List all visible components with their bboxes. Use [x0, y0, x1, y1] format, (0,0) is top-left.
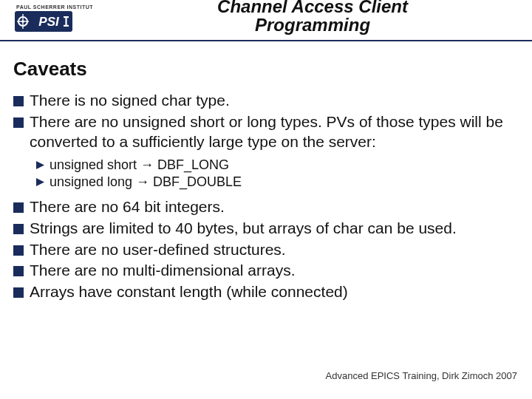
svg-rect-10 — [13, 117, 24, 128]
svg-rect-14 — [13, 224, 24, 234]
sub-bullet-text: unsigned short → DBF_LONG — [50, 157, 229, 174]
square-bullet-icon — [13, 245, 24, 256]
bullet-item: There are no 64 bit integers. — [13, 197, 519, 217]
slide-title: Channel Access Client Programming — [108, 0, 517, 34]
bullet-text: Arrays have constant length (while conne… — [30, 282, 519, 302]
slide-body: There is no signed char type. There are … — [0, 91, 532, 302]
square-bullet-icon — [13, 117, 24, 128]
title-line-2: Programming — [255, 15, 370, 35]
svg-rect-15 — [13, 245, 24, 256]
psi-logo-icon: PSI — [15, 11, 72, 32]
bullet-text: There are no 64 bit integers. — [30, 197, 519, 217]
bullet-item: Strings are limited to 40 bytes, but arr… — [13, 219, 519, 239]
bullet-item: Arrays have constant length (while conne… — [13, 282, 519, 302]
slide-header: PAUL SCHERRER INSTITUT PSI Channel Acces… — [0, 0, 532, 41]
triangle-bullet-icon — [35, 160, 45, 170]
square-bullet-icon — [13, 96, 24, 106]
sub-bullet-text: unsigned long → DBF_DOUBLE — [50, 174, 242, 191]
bullet-item: There are no user-defined structures. — [13, 240, 519, 260]
svg-rect-13 — [13, 202, 24, 213]
square-bullet-icon — [13, 287, 24, 298]
bullet-text: There is no signed char type. — [30, 91, 519, 111]
bullet-text: There are no multi-dimensional arrays. — [30, 261, 519, 281]
sub-bullet-item: unsigned long → DBF_DOUBLE — [35, 174, 519, 191]
square-bullet-icon — [13, 224, 24, 234]
bullet-text: There are no user-defined structures. — [30, 240, 519, 260]
bullet-text: Strings are limited to 40 bytes, but arr… — [30, 219, 519, 239]
bullet-item: There are no unsigned short or long type… — [13, 112, 519, 152]
svg-rect-16 — [13, 266, 24, 276]
footer-text: Advanced EPICS Training, Dirk Zimoch 200… — [326, 370, 517, 381]
svg-marker-11 — [36, 161, 44, 169]
svg-marker-12 — [36, 178, 44, 186]
title-line-1: Channel Access Client — [217, 0, 408, 16]
square-bullet-icon — [13, 266, 24, 276]
svg-rect-9 — [13, 96, 24, 106]
sub-bullets: unsigned short → DBF_LONG unsigned long … — [35, 157, 519, 191]
svg-text:PSI: PSI — [38, 15, 60, 29]
svg-rect-8 — [64, 24, 69, 26]
bullet-item: There are no multi-dimensional arrays. — [13, 261, 519, 281]
section-heading: Caveats — [13, 58, 532, 81]
svg-rect-17 — [13, 287, 24, 298]
logo-tagline: PAUL SCHERRER INSTITUT — [16, 4, 93, 10]
psi-logo-block: PAUL SCHERRER INSTITUT PSI — [15, 4, 93, 32]
square-bullet-icon — [13, 202, 24, 213]
sub-bullet-item: unsigned short → DBF_LONG — [35, 157, 519, 174]
triangle-bullet-icon — [35, 177, 45, 187]
bullet-item: There is no signed char type. — [13, 91, 519, 111]
bullet-text: There are no unsigned short or long type… — [30, 112, 519, 152]
